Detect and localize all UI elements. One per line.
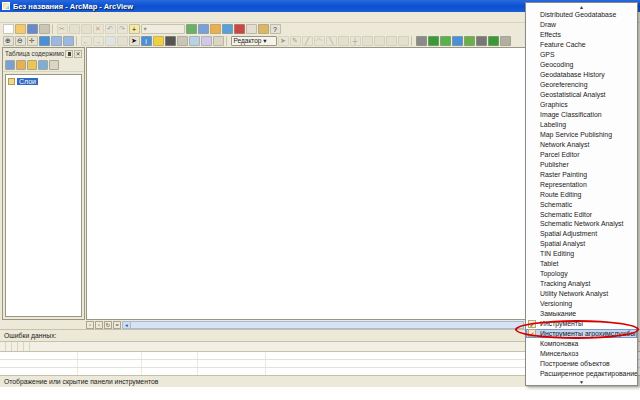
menu-item[interactable] xyxy=(70,12,80,23)
python-window-icon[interactable] xyxy=(246,24,257,34)
context-menu-item[interactable]: ✓ Publisher xyxy=(526,159,637,169)
context-menu-item[interactable]: ✓ Labeling xyxy=(526,119,637,129)
menu-scroll-down-icon[interactable]: ▼ xyxy=(526,378,637,385)
print-icon[interactable] xyxy=(39,24,50,34)
list-by-selection-icon[interactable] xyxy=(38,60,48,70)
attributes-window-icon[interactable] xyxy=(398,36,409,46)
reshape-feature-icon[interactable] xyxy=(362,36,373,46)
identify-icon[interactable]: i xyxy=(141,36,152,46)
menu-item[interactable] xyxy=(80,12,90,23)
cut-polygons-icon[interactable] xyxy=(374,36,385,46)
context-menu-item[interactable]: ✓ Tracking Analyst xyxy=(526,279,637,289)
refresh-view-button[interactable]: ↻ xyxy=(104,321,112,329)
edit-vertices-icon[interactable]: ┼ xyxy=(350,36,361,46)
horizontal-scrollbar[interactable]: ◂ xyxy=(122,321,524,329)
menu-item[interactable] xyxy=(60,12,70,23)
hyperlink-icon[interactable] xyxy=(153,36,164,46)
table-of-contents-window-icon[interactable] xyxy=(198,24,209,34)
toc-layers-node[interactable]: Слои xyxy=(8,78,79,85)
search-window-icon[interactable] xyxy=(222,24,233,34)
menu-item[interactable] xyxy=(10,12,20,23)
menu-item[interactable] xyxy=(40,12,50,23)
toc-options-icon[interactable] xyxy=(49,60,59,70)
context-menu-item-agro-tools[interactable]: ✓ Инструменты агрохимслужбы xyxy=(526,329,637,339)
agro-tool-3-icon[interactable] xyxy=(440,36,451,46)
context-menu-item[interactable]: ✓ Feature Cache xyxy=(526,40,637,50)
pan-icon[interactable]: ✛ xyxy=(27,36,38,46)
context-menu-item[interactable]: ✓ TIN Editing xyxy=(526,249,637,259)
context-menu-item[interactable]: ✓ Spatial Adjustment xyxy=(526,229,637,239)
context-menu-item[interactable]: ✓ Минсельхоз xyxy=(526,348,637,358)
context-menu-item[interactable]: ✓ Geostatistical Analyst xyxy=(526,90,637,100)
go-to-xy-icon[interactable] xyxy=(177,36,188,46)
context-menu-item[interactable]: ✓ Geodatabase History xyxy=(526,70,637,80)
context-menu-item[interactable]: ✓ Построение объектов xyxy=(526,358,637,368)
context-menu-item[interactable]: ✓ Distributed Geodatabase xyxy=(526,10,637,20)
context-menu-item[interactable]: ✓ Замыкание xyxy=(526,309,637,319)
context-menu-item[interactable]: ✓ Map Service Publishing xyxy=(526,129,637,139)
redo-icon[interactable]: ↷ xyxy=(117,24,128,34)
split-tool-icon[interactable] xyxy=(386,36,397,46)
trace-tool-icon[interactable]: ╲ xyxy=(326,36,337,46)
layout-view-button[interactable]: ▫ xyxy=(95,321,103,329)
list-by-source-icon[interactable] xyxy=(16,60,26,70)
fixed-zoom-in-icon[interactable] xyxy=(51,36,62,46)
context-menu-item[interactable]: ✓ Utility Network Analyst xyxy=(526,289,637,299)
context-menu-item[interactable]: ✓ Инструменты xyxy=(526,319,637,329)
context-menu-item[interactable]: ✓ Spatial Analyst xyxy=(526,239,637,249)
context-menu-item[interactable]: ✓ Schematic Editor xyxy=(526,209,637,219)
list-by-drawing-order-icon[interactable] xyxy=(5,60,15,70)
edit-sketch-icon[interactable]: ✎ xyxy=(290,36,301,46)
context-menu-item[interactable]: ✓ Graphics xyxy=(526,100,637,110)
fixed-zoom-out-icon[interactable] xyxy=(63,36,74,46)
zoom-out-icon[interactable]: ⊖ xyxy=(15,36,26,46)
agro-tool-1-icon[interactable] xyxy=(416,36,427,46)
pin-icon[interactable] xyxy=(65,50,73,58)
context-menu-item[interactable]: ✓ Effects xyxy=(526,30,637,40)
context-menu-item[interactable]: ✓ Schematic Network Analyst xyxy=(526,219,637,229)
menu-item[interactable] xyxy=(50,12,60,23)
undo-icon[interactable]: ↶ xyxy=(105,24,116,34)
menu-item[interactable] xyxy=(30,12,40,23)
help-whats-this-icon[interactable]: ? xyxy=(270,24,281,34)
add-data-icon[interactable]: + xyxy=(129,24,140,34)
context-menu-item[interactable]: ✓ Расширенное редактирование xyxy=(526,368,637,378)
agro-tool-2-icon[interactable] xyxy=(428,36,439,46)
agro-tool-4-icon[interactable] xyxy=(452,36,463,46)
context-menu-item[interactable]: ✓ GPS xyxy=(526,50,637,60)
measure-icon[interactable] xyxy=(189,36,200,46)
table-column-header[interactable] xyxy=(24,342,30,351)
open-folder-icon[interactable] xyxy=(15,24,26,34)
new-document-icon[interactable] xyxy=(3,24,14,34)
arctoolbox-icon[interactable] xyxy=(234,24,245,34)
context-menu-item[interactable]: ✓ Draw xyxy=(526,20,637,30)
scroll-left-icon[interactable]: ◂ xyxy=(123,322,131,328)
clear-selection-icon[interactable] xyxy=(117,36,128,46)
save-icon[interactable] xyxy=(27,24,38,34)
list-by-visibility-icon[interactable] xyxy=(27,60,37,70)
context-menu-item[interactable]: ✓ Geocoding xyxy=(526,60,637,70)
context-menu-item[interactable]: ✓ Компоновка xyxy=(526,338,637,348)
catalog-window-icon[interactable] xyxy=(210,24,221,34)
menu-item[interactable] xyxy=(90,12,100,23)
copy-icon[interactable] xyxy=(69,24,80,34)
viewer-window-icon[interactable] xyxy=(213,36,224,46)
menu-item[interactable] xyxy=(0,12,10,23)
agro-tool-6-icon[interactable] xyxy=(476,36,487,46)
edit-tool-icon[interactable]: ➤ xyxy=(278,36,289,46)
menu-scroll-up-icon[interactable]: ▲ xyxy=(526,3,637,10)
context-menu-item[interactable]: ✓ Georeferencing xyxy=(526,80,637,90)
context-menu-item[interactable]: ✓ Parcel Editor xyxy=(526,149,637,159)
agro-tool-5-icon[interactable] xyxy=(464,36,475,46)
pause-drawing-button[interactable]: = xyxy=(113,321,121,329)
model-builder-icon[interactable] xyxy=(258,24,269,34)
time-slider-icon[interactable] xyxy=(201,36,212,46)
cut-icon[interactable]: ✂ xyxy=(57,24,68,34)
context-menu-item[interactable]: ✓ Image Classification xyxy=(526,110,637,120)
data-view-button[interactable]: ▫ xyxy=(86,321,94,329)
map-scale-icon[interactable] xyxy=(186,24,197,34)
agro-tool-8-icon[interactable] xyxy=(500,36,511,46)
go-forward-extent-icon[interactable]: → xyxy=(93,36,104,46)
context-menu-item[interactable]: ✓ Schematic xyxy=(526,199,637,209)
delete-icon[interactable]: ✕ xyxy=(93,24,104,34)
